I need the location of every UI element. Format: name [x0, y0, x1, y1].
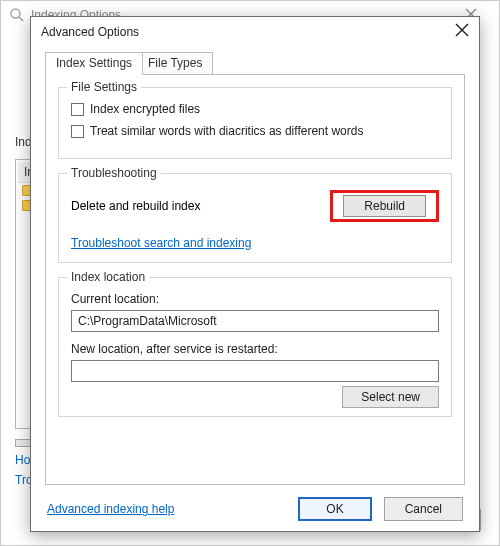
ok-button[interactable]: OK	[298, 497, 371, 521]
tabstrip: Index Settings File Types	[45, 51, 465, 75]
rebuild-label: Delete and rebuild index	[71, 199, 200, 213]
index-location-group: Index location Current location: New loc…	[58, 277, 452, 417]
new-location-label: New location, after service is restarted…	[71, 342, 439, 356]
file-settings-group: File Settings Index encrypted files Trea…	[58, 87, 452, 159]
current-location-field[interactable]	[71, 310, 439, 332]
troubleshooting-legend: Troubleshooting	[67, 166, 161, 180]
modal-titlebar: Advanced Options	[31, 17, 479, 47]
rebuild-button[interactable]: Rebuild	[343, 195, 426, 217]
file-settings-legend: File Settings	[67, 80, 141, 94]
tab-panel-index-settings: File Settings Index encrypted files Trea…	[45, 75, 465, 485]
modal-title: Advanced Options	[41, 25, 439, 39]
advanced-indexing-help-link[interactable]: Advanced indexing help	[47, 502, 174, 516]
encrypt-checkbox[interactable]	[71, 103, 84, 116]
modal-footer: Advanced indexing help OK Cancel	[31, 497, 479, 521]
tab-file-types[interactable]: File Types	[137, 52, 213, 75]
diacritics-label: Treat similar words with diacritics as d…	[90, 124, 363, 138]
advanced-options-dialog: Advanced Options Index Settings File Typ…	[30, 16, 480, 532]
troubleshooting-group: Troubleshooting Delete and rebuild index…	[58, 173, 452, 263]
cancel-button[interactable]: Cancel	[384, 497, 463, 521]
new-location-field[interactable]	[71, 360, 439, 382]
svg-point-0	[11, 9, 20, 18]
troubleshoot-search-link[interactable]: Troubleshoot search and indexing	[71, 236, 251, 250]
modal-close-button[interactable]	[439, 23, 469, 41]
diacritics-checkbox[interactable]	[71, 125, 84, 138]
index-location-legend: Index location	[67, 270, 149, 284]
indexing-icon	[9, 7, 25, 23]
svg-line-1	[19, 17, 23, 21]
encrypt-label: Index encrypted files	[90, 102, 200, 116]
rebuild-highlight: Rebuild	[330, 190, 439, 222]
current-location-label: Current location:	[71, 292, 439, 306]
select-new-button[interactable]: Select new	[342, 386, 439, 408]
tab-index-settings[interactable]: Index Settings	[45, 52, 143, 75]
